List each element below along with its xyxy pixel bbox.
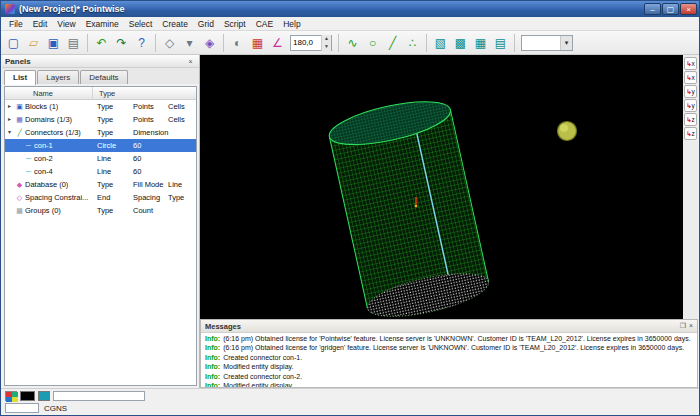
toolbar-separator — [223, 34, 224, 52]
spacing-icon: ◇ — [14, 191, 25, 204]
redo-icon[interactable]: ↷ — [112, 33, 131, 52]
print-icon[interactable]: ▤ — [64, 33, 83, 52]
app-window: (New Project)* Pointwise – ▢ × File Edit… — [0, 0, 700, 416]
view-y-plus-button[interactable]: ↳y — [684, 85, 697, 98]
background-color-swatch[interactable] — [20, 391, 35, 401]
collapse-icon[interactable]: ▾ — [5, 126, 14, 139]
solver-dropdown-icon[interactable]: ▾ — [560, 36, 572, 50]
grid-tool-icon[interactable]: ▦ — [471, 33, 490, 52]
menu-help[interactable]: Help — [278, 18, 305, 30]
circle-tool-icon[interactable]: ○ — [363, 33, 382, 52]
panel-tabs: List Layers Defaults — [2, 68, 199, 84]
angle-input[interactable] — [291, 36, 321, 50]
menu-select[interactable]: Select — [124, 18, 158, 30]
tree-row-groups[interactable]: ▩ Groups (0) Type Count — [5, 204, 196, 217]
tab-layers[interactable]: Layers — [37, 70, 79, 84]
panels-close-icon[interactable]: × — [185, 58, 196, 65]
cae-solver-label: CGNS — [44, 404, 67, 413]
help-icon[interactable]: ? — [132, 33, 151, 52]
domains-icon: ▦ — [14, 113, 25, 126]
examine-icon[interactable]: ◈ — [200, 33, 219, 52]
maximize-button[interactable]: ▢ — [662, 3, 679, 15]
viewport-3d[interactable] — [200, 55, 685, 319]
curve-tool-icon[interactable]: ∿ — [343, 33, 362, 52]
menu-create[interactable]: Create — [157, 18, 193, 30]
new-file-icon[interactable]: ▢ — [4, 33, 23, 52]
save-icon[interactable]: ▣ — [44, 33, 63, 52]
block-tool-icon[interactable]: ▩ — [451, 33, 470, 52]
color-swatch-palette-icon[interactable] — [5, 391, 17, 401]
groups-icon: ▩ — [14, 204, 25, 217]
column-type[interactable]: Type — [93, 87, 196, 99]
app-logo-icon — [5, 4, 15, 14]
menu-bar: File Edit View Examine Select Create Gri… — [1, 17, 699, 31]
measure-icon[interactable]: ∠ — [268, 33, 287, 52]
menu-examine[interactable]: Examine — [81, 18, 124, 30]
tree-row-domains[interactable]: ▸ ▦ Domains (1/3) Type Points Cells — [5, 113, 196, 126]
status-bar: CGNS — [1, 388, 699, 415]
log-entry: Info:Modified entity display. — [205, 381, 693, 387]
cylinder-mesh — [200, 55, 685, 319]
select-mode-icon[interactable]: ◇ — [160, 33, 179, 52]
tab-defaults[interactable]: Defaults — [80, 70, 127, 84]
extrude-icon[interactable]: ▧ — [431, 33, 450, 52]
toolbar-separator — [514, 34, 515, 52]
minimize-button[interactable]: – — [644, 3, 661, 15]
log-entry: Info:Created connector con-2. — [205, 372, 693, 381]
cae-status-field[interactable] — [5, 403, 39, 413]
connector-icon: ─ — [23, 139, 34, 152]
expand-icon[interactable]: ▸ — [5, 113, 14, 126]
tree-row-database[interactable]: ◆ Database (0) Type Fill Mode Line — [5, 178, 196, 191]
tree-row-con-4[interactable]: ─ con-4 Line 60 — [5, 165, 196, 178]
layer-status-field[interactable] — [53, 391, 145, 401]
solver-dropdown[interactable]: ▾ — [521, 35, 573, 51]
menu-script[interactable]: Script — [219, 18, 251, 30]
messages-float-icon[interactable]: ❐ — [680, 322, 686, 330]
view-z-plus-button[interactable]: ↳z — [684, 113, 697, 126]
title-bar[interactable]: (New Project)* Pointwise – ▢ × — [1, 1, 699, 17]
connectors-icon: ╱ — [14, 126, 25, 139]
tree-row-blocks[interactable]: ▸ ▣ Blocks (1) Type Points Cells — [5, 100, 196, 113]
color-palette-icon[interactable]: ▦ — [248, 33, 267, 52]
menu-grid[interactable]: Grid — [193, 18, 219, 30]
tab-list[interactable]: List — [4, 70, 36, 85]
angle-spinner[interactable]: ▲▼ — [321, 35, 331, 51]
undo-icon[interactable]: ↶ — [92, 33, 111, 52]
expand-icon[interactable]: ▸ — [5, 100, 14, 113]
messages-close-icon[interactable]: × — [689, 322, 693, 330]
toolbar-separator — [338, 34, 339, 52]
view-x-minus-button[interactable]: ↳x — [684, 71, 697, 84]
messages-panel: Messages ❐ × Info:(6:16 pm) Obtained lic… — [200, 319, 698, 388]
messages-log[interactable]: Info:(6:16 pm) Obtained license for 'Poi… — [201, 333, 697, 387]
select-dropdown-icon[interactable]: ▾ — [180, 33, 199, 52]
view-x-plus-button[interactable]: ↳x — [684, 57, 697, 70]
menu-edit[interactable]: Edit — [28, 18, 53, 30]
menu-file[interactable]: File — [4, 18, 28, 30]
open-file-icon[interactable]: ▱ — [24, 33, 43, 52]
tree-row-con-1[interactable]: ─ con-1 Circle 60 — [5, 139, 196, 152]
tree-row-connectors[interactable]: ▾ ╱ Connectors (1/3) Type Dimension — [5, 126, 196, 139]
saved-views-strip: ↳x ↳x ↳y ↳y ↳z ↳z — [683, 55, 698, 319]
entity-tree: Name Type ▸ ▣ Blocks (1) Type Points Cel… — [4, 86, 197, 386]
log-entry: Info:(6:16 pm) Obtained license for 'gri… — [205, 343, 693, 352]
toolbar-separator — [87, 34, 88, 52]
angle-spinbox: ▲▼ — [290, 35, 332, 51]
menu-view[interactable]: View — [52, 18, 80, 30]
view-y-minus-button[interactable]: ↳y — [684, 99, 697, 112]
connector-icon: ─ — [23, 165, 34, 178]
column-name[interactable]: Name — [5, 87, 93, 99]
tree-row-spacing-constraints[interactable]: ◇ Spacing Constrai... End Spacing Type — [5, 191, 196, 204]
log-entry: Info:Created connector con-1. — [205, 353, 693, 362]
panels-header: Panels × — [2, 55, 199, 68]
domain-tool-icon[interactable]: ▤ — [491, 33, 510, 52]
display-style-icon[interactable]: ◐ — [228, 33, 247, 52]
entity-color-swatch[interactable] — [38, 391, 50, 401]
close-button[interactable]: × — [680, 3, 697, 15]
view-z-minus-button[interactable]: ↳z — [684, 127, 697, 140]
points-tool-icon[interactable]: ∴ — [403, 33, 422, 52]
line-tool-icon[interactable]: ╱ — [383, 33, 402, 52]
menu-cae[interactable]: CAE — [251, 18, 278, 30]
tree-row-con-2[interactable]: ─ con-2 Line 60 — [5, 152, 196, 165]
toolbar-separator — [155, 34, 156, 52]
panels-title: Panels — [5, 57, 31, 66]
